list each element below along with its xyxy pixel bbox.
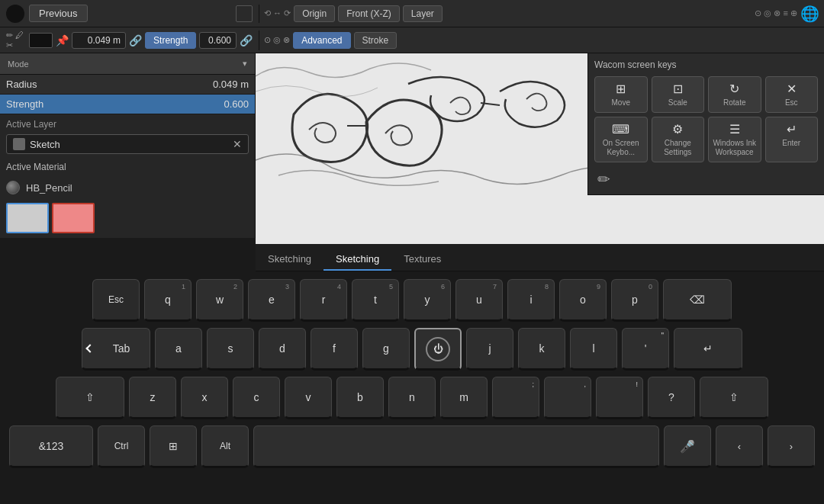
key-t[interactable]: 5t (352, 279, 399, 322)
wacom-keyboard[interactable]: ⌨ On Screen Keybo... (594, 117, 648, 162)
key-f[interactable]: f (311, 328, 358, 371)
key-h[interactable]: ⏻ (414, 328, 462, 371)
key-v[interactable]: v (285, 377, 332, 419)
key-win[interactable]: ⊞ (150, 425, 197, 468)
mode-dropdown[interactable]: Mode ▾ (0, 53, 255, 75)
key-r[interactable]: 4r (300, 279, 347, 322)
thumb-1[interactable] (6, 203, 49, 233)
wacom-scale[interactable]: ⊡ Scale (652, 76, 705, 113)
key-esc[interactable]: Esc (92, 279, 140, 322)
origin-dropdown[interactable]: Origin (294, 5, 335, 22)
top-bar-left: Previous (0, 5, 259, 23)
key-g[interactable]: g (362, 328, 410, 371)
key-123[interactable]: &123 (9, 425, 93, 468)
strength-value: 0.600 (224, 98, 249, 110)
strength-button[interactable]: Strength (145, 32, 196, 49)
key-j[interactable]: j (466, 328, 513, 371)
key-x[interactable]: x (181, 377, 228, 419)
strength-display: 0.600 (199, 32, 237, 49)
key-shift-left[interactable]: ⇧ (56, 377, 124, 419)
window-icon[interactable] (236, 5, 253, 22)
scale-label: Scale (668, 98, 687, 108)
keyboard-label: On Screen Keybo... (598, 139, 644, 157)
key-shift-right[interactable]: ⇧ (700, 377, 768, 419)
key-l[interactable]: l (570, 328, 617, 371)
key-u[interactable]: 7u (455, 279, 503, 322)
globe-icon[interactable]: 🌐 (800, 5, 819, 23)
clear-button[interactable]: ✕ (233, 138, 242, 150)
strength-row: Strength 0.600 (0, 95, 255, 114)
layer-dropdown[interactable]: Layer (403, 5, 443, 22)
wacom-enter[interactable]: ↵ Enter (765, 117, 819, 162)
material-item[interactable]: HB_Pencil (0, 177, 255, 198)
radius-display: 0.049 m (72, 32, 126, 49)
key-b[interactable]: b (336, 377, 384, 419)
key-ctrl[interactable]: Ctrl (98, 425, 145, 468)
wacom-settings[interactable]: ⚙ Change Settings (652, 117, 705, 162)
key-backspace[interactable]: ⌫ (663, 279, 732, 322)
advanced-button[interactable]: Advanced (293, 32, 350, 49)
link-icon[interactable]: 🔗 (129, 34, 142, 47)
pin-icon[interactable]: 📌 (56, 34, 69, 47)
stroke-button[interactable]: Stroke (354, 32, 398, 49)
key-o[interactable]: 9o (559, 279, 607, 322)
key-q[interactable]: 1q (144, 279, 192, 322)
second-bar-right: ⊙ ◎ ⊗ Advanced Stroke (259, 32, 824, 49)
front-xz-dropdown[interactable]: Front (X-Z) (338, 5, 400, 22)
key-alt[interactable]: Alt (201, 425, 249, 468)
keyboard-icon: ⌨ (612, 122, 629, 136)
wacom-esc[interactable]: ✕ Esc (765, 76, 819, 113)
key-right[interactable]: › (768, 425, 815, 468)
key-k[interactable]: k (518, 328, 565, 371)
strength-link-icon[interactable]: 🔗 (240, 34, 253, 47)
key-left[interactable]: ‹ (716, 425, 763, 468)
mic-icon: 🎤 (680, 439, 695, 454)
key-mic[interactable]: 🎤 (664, 425, 711, 468)
key-space[interactable] (253, 425, 659, 468)
key-s[interactable]: s (207, 328, 254, 371)
key-m[interactable]: m (440, 377, 488, 419)
key-quote[interactable]: "' (622, 328, 669, 371)
top-bar-right: ⟲ ↔ ⟳ Origin Front (X-Z) Layer ⊙ ◎ ⊗ ≡ ⊕… (259, 5, 824, 23)
tab-textures[interactable]: Textures (391, 249, 453, 271)
left-panel: Mode ▾ Radius 0.049 m Strength 0.600 Act… (0, 53, 256, 238)
keyboard-row-2: Tab a s d f g ⏻ j k l "' ↵ (9, 328, 815, 371)
enter-label: Enter (782, 139, 800, 148)
key-p[interactable]: 0p (611, 279, 658, 322)
file-icon (13, 138, 25, 150)
tab-sketching-left[interactable]: Sketching (256, 249, 323, 271)
sketch-search-box[interactable]: ✕ (6, 134, 249, 154)
key-enter[interactable]: ↵ (674, 328, 742, 371)
sketch-input[interactable] (30, 139, 228, 150)
key-d[interactable]: d (259, 328, 306, 371)
key-n[interactable]: n (388, 377, 436, 419)
keyboard-row-4: &123 Ctrl ⊞ Alt 🎤 ‹ › (9, 425, 815, 468)
previous-button[interactable]: Previous (29, 5, 88, 22)
wacom-rotate[interactable]: ↻ Rotate (708, 76, 761, 113)
right-arrow-icon: › (790, 441, 793, 452)
key-c[interactable]: c (233, 377, 280, 419)
tab-sketching-active[interactable]: Sketching (323, 249, 391, 271)
keyboard: Esc 1q 2w 3e 4r 5t 6y 7u 8i 9o 0p ⌫ Tab … (0, 271, 824, 504)
color-swatch[interactable] (29, 33, 53, 48)
key-w[interactable]: 2w (196, 279, 243, 322)
pencil-icon: ✏ (597, 171, 610, 188)
key-z[interactable]: z (129, 377, 176, 419)
esc-label: Esc (785, 98, 798, 108)
wacom-move[interactable]: ⊞ Move (594, 76, 648, 113)
key-question[interactable]: ? (648, 377, 695, 419)
thumb-2[interactable] (52, 203, 95, 233)
key-y[interactable]: 6y (404, 279, 451, 322)
mode-chevron: ▾ (243, 59, 247, 69)
key-e[interactable]: 3e (248, 279, 295, 322)
key-semicolon[interactable]: ; (492, 377, 539, 419)
right-icons: ⊙ ◎ ⊗ (264, 35, 290, 45)
key-exclaim[interactable]: ! (596, 377, 643, 419)
key-comma[interactable]: , (544, 377, 591, 419)
enter-icon: ↵ (787, 122, 797, 136)
key-i[interactable]: 8i (507, 279, 555, 322)
wacom-grid: ⊞ Move ⊡ Scale ↻ Rotate ✕ Esc ⌨ On Scree… (594, 76, 818, 162)
key-tab[interactable]: Tab (82, 328, 150, 371)
key-a[interactable]: a (155, 328, 202, 371)
wacom-ink[interactable]: ☰ Windows Ink Workspace (708, 117, 761, 162)
